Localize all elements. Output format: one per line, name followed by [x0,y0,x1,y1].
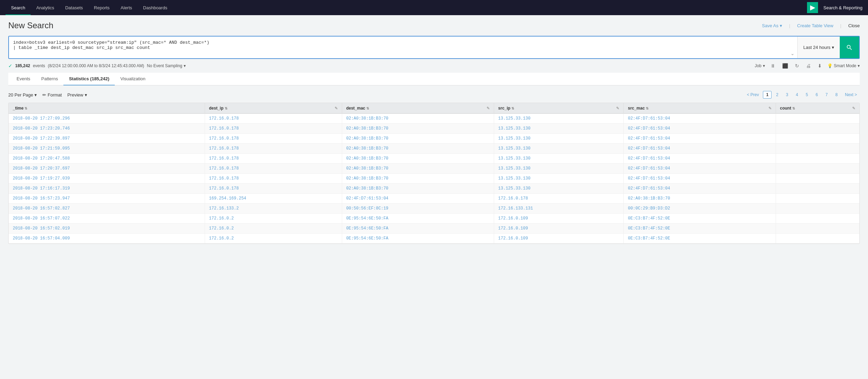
download-button[interactable]: ⬇ [816,63,823,69]
cell-time: 2018-08-20 17:27:09.296 [9,114,205,124]
cell-dest-ip: 169.254.169.254 [205,194,342,204]
chevron-down-icon: ▾ [763,63,765,68]
save-as-button[interactable]: Save As ▾ [762,23,782,28]
chevron-down-icon: ▾ [780,23,782,28]
table-row: 2018-08-20 17:22:39.897 172.16.0.178 02:… [9,134,859,144]
tab-patterns-label: Patterns [41,76,58,81]
nav-item-datasets[interactable]: Datasets [60,0,88,15]
cell-dest-ip: 172.16.0.178 [205,124,342,134]
edit-icon[interactable]: ✎ [768,106,772,111]
top-navigation: Search Analytics Datasets Reports Alerts… [0,0,868,15]
col-header-time: _time ⇅ [9,103,205,114]
cell-dest-mac: 0E:95:54:6E:50:FA [342,234,494,244]
page-4-button[interactable]: 4 [793,91,801,99]
edit-icon[interactable]: ✎ [487,106,490,111]
format-button[interactable]: ✏ Format [42,92,62,98]
event-label: events [33,63,45,68]
sort-icon[interactable]: ⇅ [225,106,227,110]
event-count: 185,242 [15,63,30,68]
cell-src-ip: 13.125.33.130 [494,174,624,184]
job-button[interactable]: Job ▾ [755,63,765,68]
chevron-down-icon: ▾ [85,92,87,98]
cell-dest-ip: 172.16.0.178 [205,114,342,124]
cell-dest-ip: 172.16.0.178 [205,184,342,194]
expand-icon[interactable]: ⌄ [790,51,795,56]
time-range-status: (8/2/24 12:00:00.000 AM to 8/3/24 12:45:… [48,63,144,68]
nav-right: ▶ Search & Reporting [807,2,862,13]
smart-mode-label: Smart Mode [834,63,856,68]
per-page-button[interactable]: 20 Per Page ▾ [8,92,37,98]
sort-icon[interactable]: ⇅ [511,106,514,110]
nav-label-dashboards: Dashboards [143,5,167,10]
col-header-dest-ip: dest_ip ⇅ ✎ [205,103,342,114]
sort-icon[interactable]: ⇅ [24,106,27,110]
sampling-button[interactable]: No Event Sampling ▾ [147,63,186,68]
next-page-button[interactable]: Next > [842,91,860,99]
cell-src-mac: 02:4F:D7:61:53:04 [624,144,776,154]
create-table-label: Create Table View [797,23,833,28]
cell-time: 2018-08-20 16:57:04.009 [9,234,205,244]
cell-src-ip: 172.16.133.131 [494,204,624,214]
tab-statistics-label: Statistics (185,242) [69,76,109,81]
time-range-button[interactable]: Last 24 hours ▾ [797,37,840,58]
nav-item-analytics[interactable]: Analytics [31,0,60,15]
edit-icon[interactable]: ✎ [852,106,855,111]
divider2: | [840,23,841,28]
cell-dest-ip: 172.16.0.2 [205,214,342,224]
page-8-button[interactable]: 8 [832,91,841,99]
cell-dest-ip: 172.16.0.178 [205,154,342,164]
page-3-button[interactable]: 3 [783,91,792,99]
cell-count [776,164,859,174]
page-5-button[interactable]: 5 [803,91,811,99]
preview-button[interactable]: Preview ▾ [67,92,87,98]
search-input[interactable]: index=botsv3 earliest=0 sourcetype="stre… [9,37,797,57]
preview-label: Preview [67,92,83,98]
tab-statistics[interactable]: Statistics (185,242) [63,73,115,85]
cell-dest-mac: 02:A0:38:1B:B3:70 [342,174,494,184]
print-button[interactable]: 🖨 [805,63,812,69]
nav-item-search[interactable]: Search [6,0,31,15]
sort-icon[interactable]: ⇅ [792,106,795,110]
nav-item-alerts[interactable]: Alerts [115,0,137,15]
table-row: 2018-08-20 16:57:02.019 172.16.0.2 0E:95… [9,224,859,234]
table-row: 2018-08-20 16:57:04.009 172.16.0.2 0E:95… [9,234,859,244]
cell-dest-mac: 02:A0:38:1B:B3:70 [342,154,494,164]
edit-icon[interactable]: ✎ [335,106,338,111]
cell-src-ip: 13.125.33.130 [494,184,624,194]
sort-icon[interactable]: ⇅ [646,106,649,110]
nav-item-dashboards[interactable]: Dashboards [137,0,173,15]
search-submit-button[interactable] [840,37,859,58]
cell-dest-mac: 0E:95:54:6E:50:FA [342,214,494,224]
cell-count [776,214,859,224]
col-count-label: count ⇅ [780,106,795,111]
nav-item-reports[interactable]: Reports [89,0,115,15]
close-button[interactable]: Close [848,23,860,28]
cell-time: 2018-08-20 17:20:37.697 [9,164,205,174]
table-body: 2018-08-20 17:27:09.296 172.16.0.178 02:… [9,114,859,244]
table-row: 2018-08-20 17:20:47.588 172.16.0.178 02:… [9,154,859,164]
chevron-down-icon: ▾ [858,63,860,68]
tab-visualization-label: Visualization [120,76,145,81]
tab-events[interactable]: Events [11,73,36,85]
create-table-view-button[interactable]: Create Table View [797,23,833,28]
page-7-button[interactable]: 7 [823,91,831,99]
page-6-button[interactable]: 6 [813,91,821,99]
page-2-button[interactable]: 2 [773,91,782,99]
sort-icon[interactable]: ⇅ [366,106,369,110]
cell-dest-mac: 02:A0:38:1B:B3:70 [342,124,494,134]
col-dest-ip-label: dest_ip ⇅ [209,106,227,111]
page-1-button[interactable]: 1 [763,91,772,99]
prev-page-button[interactable]: < Prev [744,91,762,99]
tab-patterns[interactable]: Patterns [36,73,63,85]
table-row: 2018-08-20 17:16:17.319 172.16.0.178 02:… [9,184,859,194]
page-header: New Search Save As ▾ | Create Table View… [8,21,860,30]
table-toolbar: 20 Per Page ▾ ✏ Format Preview ▾ < Prev … [8,90,860,100]
edit-icon[interactable]: ✎ [616,106,619,111]
pause-button[interactable]: ⏸ [769,63,777,69]
col-time-label: _time ⇅ [13,106,27,111]
smart-mode-button[interactable]: 💡 Smart Mode ▾ [827,63,860,68]
tab-visualization[interactable]: Visualization [115,73,151,85]
refresh-button[interactable]: ↻ [794,63,800,69]
stop-button[interactable]: ⬛ [781,63,789,69]
cell-src-ip: 13.125.33.130 [494,154,624,164]
